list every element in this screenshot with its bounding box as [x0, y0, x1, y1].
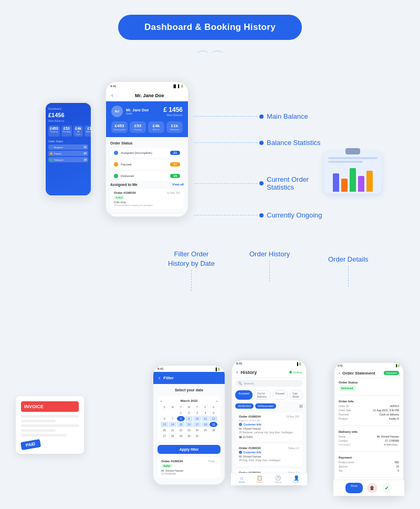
pst-order-status-title: Order Status: [339, 381, 399, 384]
label-order-history: Order History: [249, 249, 290, 282]
ps-order-label: Order Status: [48, 140, 88, 143]
label-balance-stats: Balance Statistics: [267, 139, 321, 147]
pf-oc-status: Seller: [161, 464, 173, 468]
top-section: Dashboard £1456 Main Balance £453Earning…: [16, 70, 404, 233]
pst-delete-icon[interactable]: 🗑: [367, 483, 377, 493]
ps-stats: £453Earning £53Pending £4kAll time £1kWi…: [48, 126, 88, 137]
annotation-balance-stats: Balance Statistics: [194, 139, 321, 147]
pst-status-delivered: Delivered: [339, 386, 356, 391]
pm-avatar-row: MJ Mr. Jane Doe Seller £ 1456 Main Balan…: [106, 101, 188, 121]
pf-oc-phone: 0775489488: [161, 472, 217, 475]
phone-history-mockup: 9:41▐🔋 ‹ History Online 🔍Search... Accep…: [231, 359, 307, 485]
label-order-details: Order Details: [328, 254, 369, 287]
ph-date2[interactable]: 04/November: [255, 403, 276, 409]
ph-oc-id-1: Order #100034: [239, 415, 260, 418]
ps-header: Dashboard: [48, 107, 88, 110]
annotation-current-order: Current OrderStatistics: [194, 175, 309, 191]
pst-print-btn[interactable]: Print: [345, 483, 362, 493]
ph-order-card-2: Order #100034 Today 2.2 Customer Info Mr…: [235, 444, 303, 466]
pst-order-info-title: Order Info: [339, 400, 399, 403]
pst-delivery-info: Delivery info NameMr. Ahmed Hassan Conta…: [334, 428, 403, 450]
order-details-text: Order Details: [328, 255, 369, 263]
phone-small-mockup: Dashboard £1456 Main Balance £453Earning…: [45, 102, 92, 196]
pm-order-row-paused: Paused 07: [110, 160, 184, 169]
pm-order-row-assigned: Assigned (Incomplete) 21: [110, 148, 184, 158]
pf-date-title: Select your date: [158, 388, 220, 392]
header-title: Dashboard & Booking History: [144, 22, 276, 32]
pf-apply-btn[interactable]: Apply filter: [158, 445, 220, 454]
pst-order-status-section: Order Status Delivered: [334, 378, 403, 393]
pst-delivery-title: Delivery info: [339, 430, 399, 433]
pm-balance-lbl: Main Balance: [163, 113, 183, 117]
filter-order-text: Filter OrderHistory by Date: [168, 250, 215, 267]
ph-customer-2: Customer Info: [239, 451, 299, 454]
ph-address-1: 35 Balvenie, seminar city, king floor, A…: [239, 431, 299, 434]
ph-nav-orders[interactable]: 📋Orders: [257, 475, 263, 483]
ph-filter-row: Accepted Out for Delivery Paused Sale Mo…: [232, 388, 306, 402]
pst-badge: Delivered: [384, 371, 399, 375]
label-filter-order: Filter OrderHistory by Date: [168, 249, 215, 291]
ph-oc-date-1: 13 Nov 202: [286, 415, 299, 418]
pf-oc-from: From...: [208, 460, 217, 463]
pm-oc-status: Active: [114, 195, 124, 200]
pf-cal-month: March 2022: [181, 399, 198, 402]
ph-header: ‹ History Online: [232, 367, 306, 378]
ph-nav-history[interactable]: 🕐History: [275, 475, 281, 483]
annotation-main-balance: Main Balance: [194, 112, 308, 120]
ph-online-label: Online: [293, 371, 302, 374]
invoice-illustration: INVOICE PAID: [16, 396, 89, 459]
pf-statusbar: 8:41▐🔋: [153, 366, 225, 372]
ps-balance: £1456: [48, 112, 88, 118]
order-history-text: Order History: [249, 250, 290, 258]
pm-username: Mr. Jane Doe: [126, 108, 163, 112]
pst-header: ‹ Order Statement Delivered: [334, 368, 403, 378]
pst-payment-title: Payment: [339, 456, 399, 459]
pm-order-card: Order #100034 11 Nov 202 Active Fello sh…: [110, 189, 184, 209]
pm-oc-address: 25 Dalraida Aven shopping and packages: [114, 204, 180, 206]
label-current-order: Current OrderStatistics: [267, 175, 309, 191]
invoice-box: INVOICE PAID: [16, 396, 84, 454]
pst-title: Order Statement: [342, 371, 384, 376]
phone-main-mockup: 9:41 ▐▌▐ 🔋 ‹ Mr. Jane Doe MJ Mr. Jane Do…: [105, 81, 189, 217]
pm-body: Order Status Assigned (Incomplete) 21 Pa…: [106, 137, 188, 213]
pf-frame: 8:41▐🔋 ‹ Filter Select your date ‹ March…: [152, 365, 226, 485]
label-ongoing: Currently Ongoing: [267, 211, 322, 219]
pm-nav-history[interactable]: 🕐 History: [152, 217, 161, 217]
pm-order-row-delivered: Delivered 15: [110, 171, 184, 181]
ph-address-2: 35 king, Park, Ring, floor, Andilagan: [239, 459, 299, 462]
pm-nav-orders[interactable]: 📋 Orders: [133, 217, 141, 217]
pf-order-card: Order #100034 From... Seller Mr. Ahmed H…: [158, 457, 220, 478]
pm-status-bar: 9:41 ▐▌▐ 🔋: [106, 82, 188, 90]
ph-customer-1: Customer Info: [239, 423, 299, 426]
ph-navbar: ⌂Home 📋Orders 🕐History 👤Profile: [231, 473, 307, 485]
ph-date1[interactable]: 26/08/2022: [235, 403, 254, 409]
curve-divider: ⌒⌒: [0, 50, 420, 65]
pm-header: ‹ Mr. Jane Doe: [106, 90, 188, 101]
ph-nav-profile[interactable]: 👤Profile: [293, 475, 299, 483]
pf-cal-header: ‹ March 2022 ›: [161, 399, 217, 402]
ph-filter-icon[interactable]: ⊟: [299, 404, 303, 409]
phone-statement-mockup: 9:41▐🔋 ‹ Order Statement Delivered Order…: [333, 362, 404, 496]
pm-nav-home[interactable]: ⌂ Home: [115, 217, 122, 217]
pst-share-icon[interactable]: ✓: [382, 483, 392, 493]
ph-chip-paused[interactable]: Paused: [272, 390, 288, 400]
pm-role: Seller: [126, 112, 163, 115]
ph-chip-delivery[interactable]: Out for Delivery: [254, 390, 271, 400]
header-badge: Dashboard & Booking History: [118, 15, 302, 40]
pm-avatar: MJ: [111, 106, 123, 117]
ph-oc-id-2: Order #100034: [239, 446, 260, 450]
ph-nav-home[interactable]: ⌂Home: [239, 475, 245, 483]
ph-chip-accepted[interactable]: Accepted: [235, 390, 253, 400]
pm-balance-num: £ 1456: [163, 106, 183, 113]
pm-navbar: ⌂ Home 📋 Orders 🕐 History 👤 Profile: [106, 213, 188, 217]
pf-header: ‹ Filter: [153, 372, 225, 384]
pm-nav-profile[interactable]: 👤 Profile: [172, 217, 179, 217]
pm-stats-row: £453Earning last £53Pending £4kAll time …: [106, 121, 188, 137]
pf-title: Filter: [163, 376, 174, 380]
ph-chip-sale[interactable]: Sale Mode: [289, 390, 303, 400]
pst-frame: 9:41▐🔋 ‹ Order Statement Delivered Order…: [333, 362, 404, 496]
pm-section-title: Order Status: [110, 141, 184, 145]
pf-calendar: ‹ March 2022 › SMTWTFS 12345 6789101112 …: [158, 396, 220, 442]
pst-order-info: Order Info Order IDA00514 Order date11 A…: [334, 397, 403, 424]
pm-assigned-title: Assigned to Me View all: [110, 183, 184, 186]
